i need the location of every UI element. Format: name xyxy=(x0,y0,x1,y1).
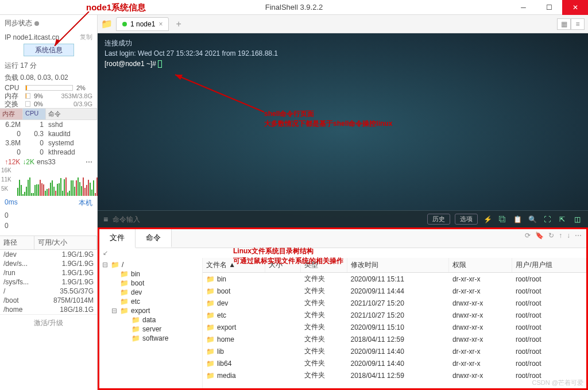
process-row[interactable]: 6.2M1sshd xyxy=(0,120,97,129)
latency-row: 0ms 本机 xyxy=(0,196,97,210)
search-icon[interactable]: 🔍 xyxy=(527,215,537,223)
network-chart: 16K 11K 5K xyxy=(0,167,97,196)
col-size[interactable]: 大小 xyxy=(265,258,300,273)
path-row[interactable]: /boot875M/1014M xyxy=(0,296,97,305)
file-tree[interactable]: ⊟📁/ 📁bin📁boot📁dev📁etc⊟📁export📁data📁serve… xyxy=(99,258,203,388)
col-mtime[interactable]: 修改时间 xyxy=(347,258,448,273)
folder-icon[interactable]: 📁 xyxy=(101,18,113,29)
fullscreen-icon[interactable]: ⛶ xyxy=(542,215,552,223)
lock-icon[interactable]: ⇱ xyxy=(557,215,567,223)
path-row[interactable]: /dev/s...1.9G/1.9G xyxy=(0,259,97,268)
col-name[interactable]: 文件名 ▲ xyxy=(203,258,265,273)
tab-files[interactable]: 文件 xyxy=(99,229,136,248)
tab-node1[interactable]: 1 node1 × xyxy=(116,17,169,31)
file-row[interactable]: 📁etc文件夹2021/10/27 15:20drwxr-xr-xroot/ro… xyxy=(203,309,586,321)
paste-icon[interactable]: 📋 xyxy=(512,215,523,223)
tree-node[interactable]: 📁bin xyxy=(99,269,202,279)
file-row[interactable]: 📁lib64文件夹2020/09/11 14:40dr-xr-xr-xroot/… xyxy=(203,357,586,369)
history-button[interactable]: 历史 xyxy=(427,214,450,225)
file-row[interactable]: 📁export文件夹2020/09/11 15:10drwxr-xr-xroot… xyxy=(203,321,586,333)
tree-node[interactable]: 📁data xyxy=(99,315,202,325)
sysinfo-button[interactable]: 系统信息 xyxy=(24,44,74,56)
tree-node[interactable]: ⊟📁export xyxy=(99,306,202,315)
upgrade-link[interactable]: 激活/升级 xyxy=(0,314,97,331)
col-type[interactable]: 类型 xyxy=(301,258,347,273)
col-perm[interactable]: 权限 xyxy=(449,258,512,273)
app-title: FinalShell 3.9.2.2 xyxy=(265,3,323,11)
file-area: 文件 命令 ⟳ 🔖 ↻ ↑ ↓ ⋯ ↙ ⊟📁/ 📁bin📁boot📁dev📁et… xyxy=(98,227,588,390)
minimize-button[interactable]: ─ xyxy=(510,0,536,15)
tree-node[interactable]: 📁dev xyxy=(99,288,202,297)
col-owner[interactable]: 用户/用户组 xyxy=(512,258,586,273)
swap-meter: 交换 0% 0/3.9G xyxy=(0,100,97,108)
process-row[interactable]: 00.3kauditd xyxy=(0,129,97,138)
status-dot-icon xyxy=(122,22,127,26)
tabbar: 📁 1 node1 × + ▦ ≡ xyxy=(98,15,588,33)
titlebar: FinalShell 3.9.2.2 ─ ☐ ✕ xyxy=(0,0,588,15)
sync-status: 同步状态 xyxy=(0,15,97,32)
menu-icon[interactable]: ≡ xyxy=(103,215,108,224)
terminal[interactable]: 连接成功 Last login: Wed Oct 27 15:32:34 202… xyxy=(98,33,588,227)
process-header: 内存 CPU 命令 xyxy=(0,108,97,120)
close-tab-icon[interactable]: × xyxy=(158,20,163,28)
upload-icon[interactable]: ↑ xyxy=(559,231,562,240)
grid-view-icon[interactable]: ▦ xyxy=(557,18,571,30)
ip-label: IP node1.itcast.cn xyxy=(5,33,59,41)
maximize-button[interactable]: ☐ xyxy=(536,0,562,15)
bolt-icon[interactable]: ⚡ xyxy=(482,215,493,223)
file-list[interactable]: 文件名 ▲ 大小 类型 修改时间 权限 用户/用户组 📁bin文件夹2020/0… xyxy=(203,258,586,388)
watermark: CSDN @芒着可爱 xyxy=(532,379,583,387)
bookmark-icon[interactable]: 🔖 xyxy=(535,231,544,240)
tree-node[interactable]: 📁software xyxy=(99,334,202,343)
options-button[interactable]: 选项 xyxy=(455,214,478,225)
network-row[interactable]: ↑12K ↓2K ens33 ⋯ xyxy=(0,157,97,167)
split-icon[interactable]: ◫ xyxy=(572,215,582,223)
path-row[interactable]: /sys/fs...1.9G/1.9G xyxy=(0,277,97,287)
file-row[interactable]: 📁dev文件夹2021/10/27 15:20drwxr-xr-xroot/ro… xyxy=(203,297,586,309)
download-icon[interactable]: ↓ xyxy=(567,231,570,240)
path-row[interactable]: /home18G/18.1G xyxy=(0,305,97,314)
path-row[interactable]: /35.5G/37G xyxy=(0,287,97,296)
file-row[interactable]: 📁boot文件夹2020/09/11 14:44dr-xr-xr-xroot/r… xyxy=(203,285,586,297)
tree-node[interactable]: 📁etc xyxy=(99,297,202,306)
more-icon[interactable]: ⋯ xyxy=(575,231,582,240)
copy-icon[interactable]: ⿻ xyxy=(497,215,508,223)
process-row[interactable]: 00kthreadd xyxy=(0,148,97,157)
uptime-label: 运行 17 分 xyxy=(0,60,97,72)
file-row[interactable]: 📁media文件夹2018/04/11 12:59drwxr-xr-xroot/… xyxy=(203,369,586,381)
history-icon[interactable]: ⟳ xyxy=(525,231,531,240)
file-row[interactable]: 📁lib文件夹2020/09/11 14:40dr-xr-xr-xroot/ro… xyxy=(203,345,586,357)
tree-node[interactable]: 📁server xyxy=(99,325,202,334)
path-row[interactable]: /dev1.9G/1.9G xyxy=(0,250,97,259)
process-row[interactable]: 3.8M0systemd xyxy=(0,138,97,148)
terminal-toolbar: ≡ 历史 选项 ⚡ ⿻ 📋 🔍 ⛶ ⇱ ◫ xyxy=(98,210,588,227)
load-label: 负载 0.08, 0.03, 0.02 xyxy=(0,72,97,84)
sidebar: 同步状态 IP node1.itcast.cn 复制 系统信息 运行 17 分 … xyxy=(0,15,98,390)
file-row[interactable]: 📁home文件夹2018/04/11 12:59drwxr-xr-xroot/r… xyxy=(203,333,586,345)
list-view-icon[interactable]: ≡ xyxy=(571,18,585,30)
path-header: 路径 可用/大小 xyxy=(0,235,97,250)
file-row[interactable]: 📁bin文件夹2020/09/11 15:11dr-xr-xr-xroot/ro… xyxy=(203,273,586,285)
new-tab-button[interactable]: + xyxy=(172,19,184,29)
tab-commands[interactable]: 命令 xyxy=(136,229,172,248)
copy-link[interactable]: 复制 xyxy=(80,33,92,41)
path-row[interactable]: /run1.9G/1.9G xyxy=(0,268,97,277)
tree-node[interactable]: 📁boot xyxy=(99,279,202,288)
refresh-icon[interactable]: ↻ xyxy=(548,231,554,240)
command-input[interactable] xyxy=(113,215,423,223)
close-button[interactable]: ✕ xyxy=(562,0,588,15)
